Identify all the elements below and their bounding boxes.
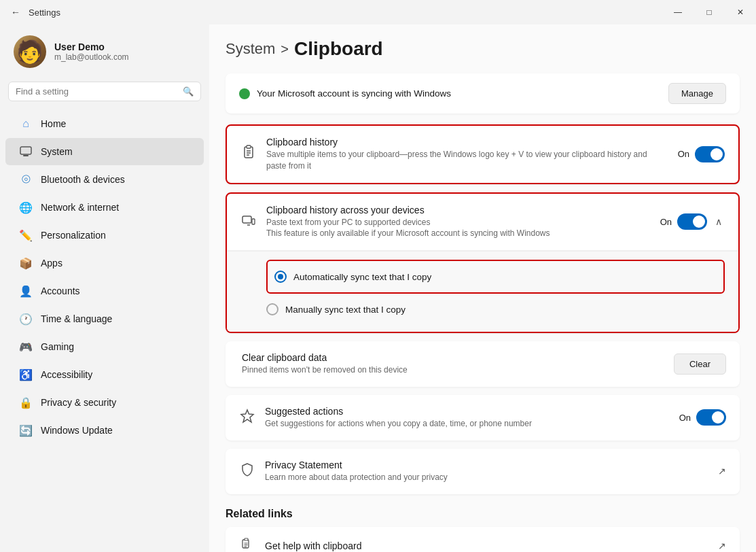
privacy-statement-title: Privacy Statement (265, 460, 708, 470)
breadcrumb: System > Clipboard (226, 38, 740, 60)
sidebar-item-gaming-label: Gaming (41, 341, 74, 352)
sidebar-item-accessibility[interactable]: ♿ Accessibility (5, 361, 204, 388)
clipboard-across-devices-toggle[interactable] (677, 213, 707, 230)
maximize-button[interactable]: □ (694, 0, 725, 24)
clipboard-across-icon (240, 213, 257, 231)
radio-dot (278, 274, 283, 279)
related-links-title: Related links (226, 508, 740, 520)
expand-button[interactable]: ∧ (713, 213, 725, 230)
manual-sync-radio (266, 303, 278, 315)
bluetooth-icon: ⦾ (19, 173, 33, 186)
accessibility-icon: ♿ (19, 368, 33, 381)
sidebar-item-system-label: System (41, 146, 73, 157)
related-links-card: Get help with clipboard ↗ (226, 527, 740, 552)
home-icon: ⌂ (19, 117, 33, 131)
suggested-actions-text: Suggested actions Get suggestions for ac… (265, 406, 670, 430)
sidebar-item-network[interactable]: 🌐 Network & internet (5, 194, 204, 221)
clipboard-history-title: Clipboard history (266, 137, 668, 148)
sidebar-item-privacy-label: Privacy & security (41, 397, 116, 408)
sidebar-item-accessibility-label: Accessibility (41, 369, 92, 380)
clipboard-history-control: On (678, 146, 725, 162)
get-help-external-icon: ↗ (718, 540, 726, 551)
back-button[interactable]: ← (8, 4, 23, 20)
sidebar-item-time[interactable]: 🕐 Time & language (5, 305, 204, 332)
sidebar-item-update-label: Windows Update (41, 425, 113, 436)
sidebar-item-update[interactable]: 🔄 Windows Update (5, 417, 204, 444)
clipboard-across-devices-control: On ∧ (660, 213, 725, 230)
manage-button[interactable]: Manage (668, 83, 726, 104)
gaming-icon: 🎮 (19, 340, 33, 353)
clipboard-across-devices-state: On (660, 217, 672, 227)
sidebar-item-gaming[interactable]: 🎮 Gaming (5, 333, 204, 360)
sidebar-item-apps[interactable]: 📦 Apps (5, 249, 204, 277)
clipboard-across-devices-card: Clipboard history across your devices Pa… (226, 192, 740, 334)
privacy-icon: 🔒 (19, 396, 33, 409)
sync-options-section: Automatically sync text that I copy Manu… (227, 251, 738, 332)
clipboard-history-toggle[interactable] (695, 146, 725, 162)
sidebar-item-privacy[interactable]: 🔒 Privacy & security (5, 389, 204, 416)
suggested-actions-row: Suggested actions Get suggestions for ac… (226, 395, 740, 441)
clear-clipboard-row: Clear clipboard data Pinned items won't … (226, 341, 740, 387)
sidebar-item-system[interactable]: System (5, 138, 204, 165)
suggested-actions-toggle[interactable] (696, 409, 726, 426)
clipboard-across-devices-title: Clipboard history across your devices (266, 205, 651, 215)
sidebar-item-accounts[interactable]: 👤 Accounts (5, 277, 204, 305)
user-name: User Demo (54, 41, 129, 52)
sidebar-item-bluetooth[interactable]: ⦾ Bluetooth & devices (5, 166, 204, 193)
sync-message: Your Microsoft account is syncing with W… (257, 88, 451, 99)
sidebar-item-home[interactable]: ⌂ Home (5, 110, 204, 137)
sidebar-item-personalization-label: Personalization (41, 230, 106, 241)
update-icon: 🔄 (19, 424, 33, 437)
breadcrumb-separator: > (281, 41, 289, 57)
sync-status-dot (239, 88, 250, 99)
suggested-actions-icon (239, 409, 255, 427)
sidebar: 🧑 User Demo m_lab@outlook.com 🔍 ⌂ Home S… (0, 24, 209, 552)
sidebar-item-personalization[interactable]: ✏️ Personalization (5, 222, 204, 249)
user-info: User Demo m_lab@outlook.com (54, 41, 129, 62)
suggested-actions-state: On (679, 413, 691, 423)
get-help-label: Get help with clipboard (265, 540, 708, 551)
privacy-statement-row: Privacy Statement Learn more about data … (226, 449, 740, 494)
clipboard-history-card: Clipboard history Save multiple items to… (226, 124, 740, 184)
search-icon: 🔍 (183, 86, 194, 97)
nav-menu: ⌂ Home System ⦾ Bluetooth & devices 🌐 Ne… (0, 109, 209, 445)
clipboard-across-devices-row: Clipboard history across your devices Pa… (227, 194, 738, 252)
svg-rect-1 (23, 155, 29, 156)
sidebar-item-accounts-label: Accounts (41, 286, 80, 296)
minimize-button[interactable]: — (662, 0, 694, 24)
clear-clipboard-desc: Pinned items won't be removed on this de… (242, 364, 664, 376)
auto-sync-option[interactable]: Automatically sync text that I copy (274, 265, 717, 288)
get-help-row[interactable]: Get help with clipboard ↗ (226, 527, 740, 552)
sidebar-item-bluetooth-label: Bluetooth & devices (41, 174, 125, 185)
clear-button[interactable]: Clear (674, 353, 726, 375)
related-links-section: Related links Get help with clipboard ↗ (226, 508, 740, 552)
search-input[interactable] (16, 86, 177, 97)
clipboard-history-state: On (678, 149, 689, 159)
external-link-icon: ↗ (718, 466, 726, 477)
suggested-actions-desc: Get suggestions for actions when you cop… (265, 418, 670, 430)
close-button[interactable]: ✕ (725, 0, 756, 24)
network-icon: 🌐 (19, 201, 33, 214)
get-help-icon (239, 538, 255, 552)
suggested-actions-card: Suggested actions Get suggestions for ac… (226, 395, 740, 441)
privacy-statement-desc: Learn more about data protection and you… (265, 472, 708, 483)
apps-icon: 📦 (19, 256, 33, 270)
personalization-icon: ✏️ (19, 228, 33, 242)
manual-sync-option[interactable]: Manually sync text that I copy (266, 298, 725, 321)
suggested-actions-control: On (679, 409, 726, 426)
clear-clipboard-title: Clear clipboard data (242, 352, 664, 363)
auto-sync-label: Automatically sync text that I copy (293, 272, 431, 282)
clear-clipboard-card: Clear clipboard data Pinned items won't … (226, 341, 740, 387)
search-box[interactable]: 🔍 (8, 82, 201, 101)
privacy-statement-text: Privacy Statement Learn more about data … (265, 460, 708, 483)
user-section[interactable]: 🧑 User Demo m_lab@outlook.com (0, 24, 209, 79)
time-icon: 🕐 (19, 312, 33, 326)
sync-banner: Your Microsoft account is syncing with W… (226, 73, 740, 114)
user-email: m_lab@outlook.com (54, 52, 129, 62)
app-title: Settings (29, 7, 60, 18)
auto-sync-radio (274, 271, 287, 283)
sidebar-item-network-label: Network & internet (41, 202, 119, 213)
clipboard-history-text: Clipboard history Save multiple items to… (266, 137, 668, 172)
svg-rect-0 (20, 147, 31, 154)
sync-text: Your Microsoft account is syncing with W… (239, 88, 451, 99)
